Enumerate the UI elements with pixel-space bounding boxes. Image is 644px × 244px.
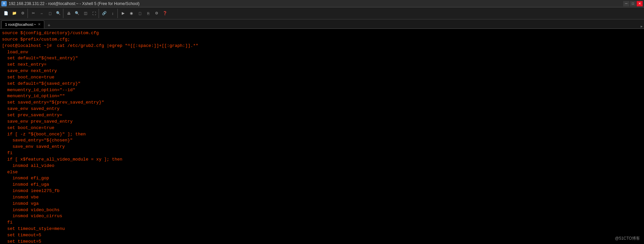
split-button[interactable]: ◫ [82, 9, 90, 17]
terminal-line: insmod all_video [2, 163, 642, 169]
session-toolbar-group: 🔗 ↕ [100, 9, 118, 18]
record-button[interactable]: ◉ [127, 9, 136, 17]
tab-0-label: 1 root@localhost:~ [5, 22, 36, 26]
terminal-line: set prev_saved_entry= [2, 112, 642, 119]
transfer-button[interactable]: ↕ [109, 9, 117, 17]
toolbar: 📄 📁 ⚙ ✂ ⎓ ⎕ 🔍 🖶 🔍 ◫ ⛶ 🔗 ↕ ▶ ◉ ⎕ ⎘ ⚙ ❓ [0, 7, 644, 19]
titlebar: X 192.168.238.131:22 - root@localhost:~ … [0, 0, 644, 7]
terminal-line: if [ x$feature_all_video_module = xy ]; … [2, 157, 642, 163]
terminal-line: set boot_once=true [2, 74, 642, 81]
tab-0[interactable]: 1 root@localhost:~ ✕ [1, 20, 44, 28]
terminal-line: set next_entry= [2, 62, 642, 68]
terminal-line: save_env saved_entry [2, 106, 642, 112]
paste-button[interactable]: ⎕ [46, 9, 54, 17]
help-button[interactable]: ❓ [161, 9, 169, 17]
terminal-line: saved_entry="${chosen}" [2, 137, 642, 144]
terminal-line: save_env prev_saved_entry [2, 119, 642, 125]
add-tab-button[interactable]: + [46, 22, 52, 28]
terminal-line: save_env next_entry [2, 68, 642, 74]
app-icon: X [1, 1, 7, 6]
titlebar-left: X 192.168.238.131:22 - root@localhost:~ … [1, 1, 140, 6]
tools-toolbar-group: ▶ ◉ ⎕ ⎘ ⚙ ❓ [118, 9, 170, 18]
terminal-line: set boot_once=true [2, 125, 642, 131]
terminal-line: insmod ieeel275_fb [2, 188, 642, 194]
titlebar-controls: ─ □ ✕ [623, 1, 643, 6]
close-button[interactable]: ✕ [637, 1, 643, 6]
tabbar: 1 root@localhost:~ ✕ + ▶ [0, 19, 644, 29]
terminal-line: else [2, 169, 642, 176]
terminal-line: save_env saved_entry [2, 144, 642, 150]
compose-button[interactable]: ⎘ [144, 9, 152, 17]
copy-button[interactable]: ⎓ [38, 9, 46, 17]
scroll-right-arrow[interactable]: ▶ [641, 24, 643, 28]
file-toolbar-group: 📄 📁 ⚙ [1, 9, 28, 18]
watermark: @51CTO博客 [615, 236, 640, 241]
terminal-line: insmod video_cirrus [2, 213, 642, 220]
script-button[interactable]: ▶ [119, 9, 127, 17]
open-button[interactable]: 📁 [10, 9, 18, 17]
terminal-line: insmod vga [2, 201, 642, 207]
terminal-line: source $prefix/custom.cfg; [2, 37, 642, 43]
session-button[interactable]: 🔗 [100, 9, 108, 17]
terminal-line: set saved_entry="${prev_saved_entry}" [2, 100, 642, 106]
setup-button[interactable]: ⚙ [153, 9, 161, 17]
terminal-line: set default="${saved_entry}" [2, 81, 642, 87]
fullscreen-button[interactable]: ⛶ [90, 9, 98, 17]
terminal-line: set timeout_style=menu [2, 226, 642, 232]
terminal-line: menuentry_id_option="" [2, 93, 642, 100]
terminal-line: insmod efi_gop [2, 175, 642, 182]
terminal-line: set default="${next_entry}" [2, 55, 642, 62]
terminal-line: fi [2, 150, 642, 157]
terminal[interactable]: source ${config_directory}/custom.cfgsou… [0, 29, 644, 244]
terminal-line: insmod efi_uga [2, 182, 642, 188]
keyboard-button[interactable]: ⎕ [136, 9, 144, 17]
terminal-line: if [ -z "${boot_once}" ]; then [2, 131, 642, 138]
print-button[interactable]: 🖶 [65, 9, 73, 17]
terminal-line: insmod vbe [2, 194, 642, 201]
terminal-line: load_env [2, 49, 642, 56]
zoom-button[interactable]: 🔍 [73, 9, 81, 17]
terminal-line: [root@localhost ~]# cat /etc/grub2.cfg |… [2, 43, 642, 49]
terminal-line: menuentry_id_option="--id" [2, 87, 642, 94]
new-button[interactable]: 📄 [2, 9, 10, 17]
maximize-button[interactable]: □ [630, 1, 636, 6]
scroll-right: ▶ [641, 24, 643, 28]
minimize-button[interactable]: ─ [623, 1, 629, 6]
edit-toolbar-group: ✂ ⎓ ⎕ 🔍 [29, 9, 63, 18]
find-button[interactable]: 🔍 [54, 9, 62, 17]
terminal-line: fi [2, 220, 642, 226]
terminal-line: source ${config_directory}/custom.cfg [2, 30, 642, 37]
titlebar-title: 192.168.238.131:22 - root@localhost:~ - … [9, 1, 140, 6]
terminal-line: insmod video_bochs [2, 207, 642, 213]
view-toolbar-group: 🖶 🔍 ◫ ⛶ [64, 9, 99, 18]
cut-button[interactable]: ✂ [29, 9, 37, 17]
terminal-line: set timeout=5 [2, 239, 642, 244]
tab-0-close[interactable]: ✕ [38, 23, 41, 26]
properties-button[interactable]: ⚙ [19, 9, 27, 17]
terminal-line: set timeout=5 [2, 232, 642, 239]
